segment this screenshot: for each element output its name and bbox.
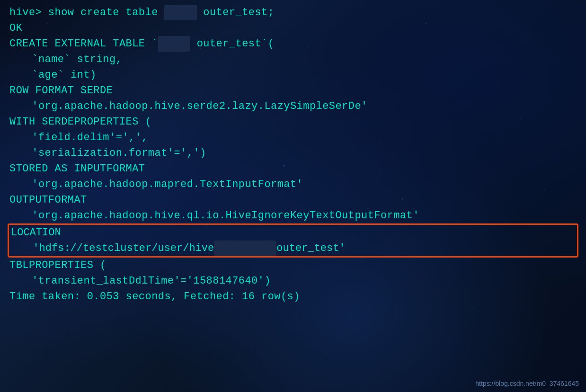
prompt-line: hive> show create table outer_test; [9, 5, 577, 20]
field-delim-line: 'field.delim'=',', [9, 130, 577, 145]
age-line: `age` int) [9, 67, 577, 83]
stored-as-line: STORED AS INPUTFORMAT [9, 161, 577, 177]
with-serde-line: WITH SERDEPROPERTIES ( [9, 114, 577, 130]
name-line: `name` string, [9, 52, 577, 67]
serde-class-line: 'org.apache.hadoop.hive.serde2.lazy.Lazy… [9, 98, 577, 114]
create-prefix: CREATE EXTERNAL TABLE ` [9, 38, 158, 50]
serial-format-line: 'serialization.format'=',') [9, 145, 577, 161]
time-line: Time taken: 0.053 seconds, Fetched: 16 r… [9, 289, 577, 304]
create-suffix: outer_test`( [190, 38, 274, 50]
terminal-content: hive> show create table outer_test; OK C… [0, 0, 586, 392]
inputformat-line: 'org.apache.hadoop.mapred.TextInputForma… [9, 177, 577, 192]
redacted-2 [158, 36, 190, 52]
tblprops-value-line: 'transient_lastDdlTime'='1588147640') [9, 273, 577, 289]
watermark: https://blog.csdn.net/m0_37461645 [475, 380, 579, 387]
prompt-prefix: hive> show create table [9, 7, 164, 18]
location-value: 'hdfs://testcluster/user/hive outer_test… [11, 241, 575, 256]
ok-line: OK [9, 20, 577, 36]
location-section: LOCATION 'hdfs://testcluster/user/hive o… [8, 223, 578, 258]
prompt-suffix: outer_test; [197, 7, 275, 18]
outputformat-line: 'org.apache.hadoop.hive.ql.io.HiveIgnore… [9, 208, 577, 223]
row-format-line: ROW FORMAT SERDE [9, 83, 577, 98]
tblproperties-line: TBLPROPERTIES ( [9, 258, 577, 273]
outputformat-label-line: OUTPUTFORMAT [9, 192, 577, 208]
create-line: CREATE EXTERNAL TABLE ` outer_test`( [9, 36, 577, 52]
redacted-1 [164, 5, 196, 20]
location-label: LOCATION [11, 225, 575, 241]
redacted-3 [214, 241, 276, 256]
